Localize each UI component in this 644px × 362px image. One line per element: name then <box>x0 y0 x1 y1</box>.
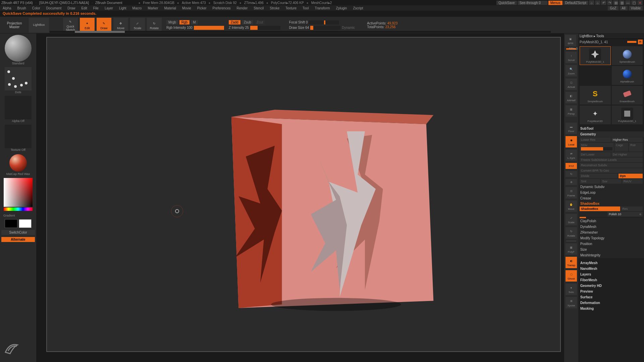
minimize-icon[interactable]: — <box>625 0 631 5</box>
shadowbox-section[interactable]: ShadowBox <box>578 201 644 206</box>
lightbox-tools-header[interactable]: LightBox ▸ Tools <box>578 34 644 39</box>
draw-button[interactable]: ✎Draw <box>97 18 111 33</box>
menu-zplugin[interactable]: Zplugin <box>335 6 348 10</box>
quicksave-button[interactable]: QuickSave <box>496 1 517 5</box>
xpose-button[interactable]: ⊞Xpose <box>566 297 577 308</box>
rgb-button[interactable]: Rgb <box>179 20 190 24</box>
home2-icon[interactable]: ⌂ <box>595 0 600 5</box>
seethrough-slider[interactable]: See-through 0 <box>518 1 548 5</box>
redo-icon[interactable]: ↷ <box>607 0 612 5</box>
tool-spherebrush[interactable]: SphereBrush <box>612 46 643 65</box>
layers-header[interactable]: Layers <box>578 272 644 277</box>
modify-topology-section[interactable]: Modify Topology <box>578 235 644 241</box>
goz-visible-button[interactable]: Visible <box>629 6 643 10</box>
persp-button[interactable]: ▦Persp <box>566 105 577 117</box>
move-tool-button[interactable]: ✋Move <box>566 200 577 212</box>
menu-file[interactable]: File <box>92 6 100 10</box>
local-button[interactable]: ◉Local <box>566 136 577 147</box>
goz-button[interactable]: GoZ <box>608 6 618 10</box>
menu-light[interactable]: Light <box>118 6 128 10</box>
menu-stroke[interactable]: Stroke <box>268 6 281 10</box>
tool-polymesh3d-1[interactable]: PolyMesh3D_1 <box>580 46 611 65</box>
masking-header[interactable]: Masking <box>578 306 644 311</box>
stroke-selector[interactable]: Dots <box>1 67 35 94</box>
quicksketch-button[interactable]: ✎Quick Sketch <box>63 18 78 33</box>
menu-picker[interactable]: Picker <box>196 6 208 10</box>
reconstruct-button[interactable]: Reconstruct Subdiv <box>580 163 643 168</box>
dellower-button[interactable]: Del Lower <box>580 152 611 157</box>
lsym-button[interactable]: ⇄L.Sym <box>566 149 577 161</box>
move-button[interactable]: ✥Move <box>113 18 128 33</box>
zremesher-section[interactable]: ZRemesher <box>578 230 644 235</box>
menu-stencil[interactable]: Stencil <box>252 6 265 10</box>
menu-document[interactable]: Document <box>45 6 63 10</box>
menu-alpha[interactable]: Alpha <box>1 6 13 10</box>
texture-selector[interactable]: Texture Off <box>1 125 35 152</box>
dyn-button[interactable]: Dyn <box>619 174 643 178</box>
scroll-button[interactable]: ↕Scroll <box>566 52 577 63</box>
menu-macro[interactable]: Macro <box>131 6 143 10</box>
defaultscript-button[interactable]: DefaultZScript <box>563 1 588 5</box>
frame-button[interactable]: ⊡Frame <box>566 187 577 198</box>
solo-button[interactable]: ●Solo <box>566 284 577 295</box>
tool-alphabrush[interactable]: AlphaBrush <box>612 66 643 85</box>
draw-size-slider[interactable] <box>310 26 340 30</box>
claypolish-section[interactable]: ClayPolish <box>578 218 644 224</box>
tool-polymesh3d[interactable]: ✦PolyMesh3D <box>580 106 611 124</box>
sdiv-slider[interactable]: SDiv <box>580 143 614 152</box>
geometry-header[interactable]: Geometry <box>578 131 644 137</box>
tool-simplebrush[interactable]: SSimpleBrush <box>580 86 611 105</box>
viewport[interactable] <box>46 37 561 352</box>
crease-section[interactable]: Crease <box>578 195 644 201</box>
edit-button[interactable]: ✦Edit <box>80 18 95 33</box>
color-picker[interactable] <box>1 178 35 207</box>
goz-all-button[interactable]: All <box>620 6 628 10</box>
material-selector[interactable]: MatCap Red Wax <box>1 154 35 176</box>
dynamic-subdiv-section[interactable]: Dynamic Subdiv <box>578 184 644 190</box>
lightbox-button[interactable]: LightBox <box>29 18 49 33</box>
gradient-label[interactable]: Gradient <box>1 214 35 217</box>
surface-header[interactable]: Surface <box>578 294 644 300</box>
home-icon[interactable]: ⌂ <box>589 0 594 5</box>
rot-z-button[interactable]: ⊕ <box>566 179 577 185</box>
scale-tool-button[interactable]: ⤢Scale <box>566 214 577 225</box>
preview-header[interactable]: Preview <box>578 289 644 294</box>
edgeloop-section[interactable]: EdgeLoop <box>578 190 644 195</box>
rotate-tool-button[interactable]: ↻Rotate <box>566 227 577 239</box>
polyf-button[interactable]: ▦PolyF <box>566 243 577 255</box>
color-swatch-primary[interactable] <box>19 219 32 228</box>
position-section[interactable]: Position <box>578 241 644 247</box>
undo-history-bar[interactable] <box>50 31 551 33</box>
ghost-button[interactable]: ◌Ghost <box>566 270 577 282</box>
zcut-button[interactable]: Zcut <box>255 20 265 24</box>
projection-master-button[interactable]: Projection Master <box>2 21 27 29</box>
rstr-button[interactable]: Rstr <box>629 143 643 152</box>
nanomesh-header[interactable]: NanoMesh <box>578 266 644 272</box>
bpr-button[interactable]: ▣BPR <box>565 35 576 46</box>
menu-color[interactable]: Color <box>31 6 42 10</box>
menu-marker[interactable]: Marker <box>146 6 159 10</box>
dynamesh-section[interactable]: DynaMesh <box>578 224 644 230</box>
menus-button[interactable]: Menus <box>548 1 562 5</box>
cage-button[interactable]: Cage <box>614 143 628 152</box>
convertbpr-button[interactable]: Convert BPR To Geo <box>580 168 643 173</box>
freeze-button[interactable]: Freeze SubDivision Levels <box>580 158 643 162</box>
smt-button[interactable]: Smt <box>580 179 600 184</box>
menu-tool[interactable]: Tool <box>301 6 310 10</box>
mrgb-button[interactable]: Mrgb <box>166 20 178 24</box>
rot-y-button[interactable]: ↻ <box>566 171 577 177</box>
shadowbox-polish-slider[interactable]: Polish 10 ○ <box>607 212 643 217</box>
spix-label[interactable]: SPix 3 <box>569 47 578 50</box>
transp-button[interactable]: ◐Transp <box>566 257 577 268</box>
brush-selector[interactable]: Standard <box>1 35 35 65</box>
divide-button[interactable]: Divide <box>580 174 618 178</box>
shadowbox-button[interactable]: ShadowBox <box>580 206 620 211</box>
close-icon[interactable]: ✕ <box>637 0 643 5</box>
geometryhd-header[interactable]: Geometry HD <box>578 283 644 289</box>
menu-edit[interactable]: Edit <box>80 6 89 10</box>
menu-zscript[interactable]: Zscript <box>352 6 364 10</box>
xyz-button[interactable]: XYZ <box>566 163 577 169</box>
suv-button[interactable]: Suv <box>601 179 621 184</box>
undo-icon[interactable]: ↶ <box>601 0 606 5</box>
zsub-button[interactable]: Zsub <box>242 20 253 24</box>
